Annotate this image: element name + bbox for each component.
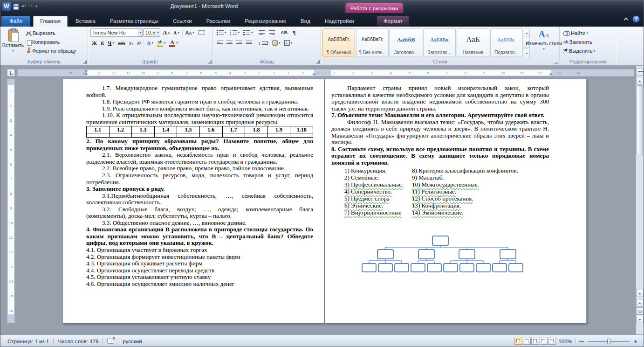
style-gallery-item[interactable]: АаБбВвГг, ¶ Без инте... bbox=[356, 28, 389, 56]
replace-button[interactable]: ab Заменить bbox=[562, 38, 614, 46]
shrink-font-button[interactable]: А▾ bbox=[172, 30, 181, 36]
grow-font-button[interactable]: А▴ bbox=[161, 28, 171, 37]
word-count-status[interactable]: Число слов: 479 bbox=[54, 335, 103, 347]
ribbon-tab[interactable]: Рецензирование bbox=[238, 16, 293, 27]
ribbon-tab[interactable]: Надстройки bbox=[318, 16, 361, 27]
subscript-button[interactable]: x₂ bbox=[128, 40, 135, 46]
font-name-select[interactable]: Times New Ro ▾ bbox=[90, 28, 143, 37]
align-center-button[interactable] bbox=[225, 40, 234, 46]
line-spacing-button[interactable]: ↕▾ bbox=[257, 40, 270, 46]
terms-row[interactable]: 7) Внутриличностные 14) Экономические. bbox=[344, 209, 520, 216]
doc-paragraph[interactable]: 4. Финансовая организация В расположена … bbox=[86, 226, 313, 247]
table-cell[interactable]: 1.6 bbox=[199, 126, 222, 133]
doc-paragraph[interactable]: 4.2. Организация формирует инвестиционны… bbox=[86, 254, 313, 261]
borders-button[interactable]: ▾ bbox=[283, 40, 294, 46]
doc-paragraph[interactable]: 1.9. Роль социального конфликта может бы… bbox=[86, 105, 313, 112]
increase-indent-button[interactable] bbox=[267, 30, 276, 35]
cut-button[interactable]: Вырезать bbox=[24, 29, 77, 37]
justify-button[interactable] bbox=[245, 40, 253, 46]
zoom-slider[interactable] bbox=[588, 338, 630, 345]
scroll-down-icon[interactable]: ▼ bbox=[636, 290, 644, 297]
print-layout-view-button[interactable] bbox=[514, 338, 522, 345]
qat-customize-icon[interactable]: ▾ bbox=[35, 2, 37, 11]
table-cell[interactable]: 1.4 bbox=[154, 126, 177, 133]
select-browse-object-icon[interactable] bbox=[636, 307, 644, 315]
ribbon-tab[interactable]: Формат bbox=[377, 16, 409, 27]
doc-paragraph[interactable]: 1.10. К отрицательным последствиям научн… bbox=[86, 112, 313, 125]
table-cell[interactable]: 1.7 bbox=[222, 126, 245, 133]
table-cell[interactable]: 1.3 bbox=[132, 126, 155, 133]
next-page-icon[interactable]: ▼ bbox=[636, 316, 644, 323]
terms-row[interactable]: 1) Конкуренция. 8) Критерии классификаци… bbox=[344, 167, 520, 174]
ribbon-tab[interactable]: Разметка страницы bbox=[103, 16, 165, 27]
dialog-launcher-icon[interactable] bbox=[208, 60, 212, 64]
strikethrough-button[interactable]: abc bbox=[116, 40, 127, 46]
numbering-button[interactable]: ▾ bbox=[229, 29, 241, 36]
doc-paragraph[interactable]: 2.2. Всеобщее право, равное право, прямо… bbox=[86, 165, 313, 172]
page-count-status[interactable]: Страница: 1 из 1 bbox=[3, 335, 53, 347]
copy-button[interactable]: Копировать bbox=[24, 38, 77, 46]
table-cell[interactable]: 1.9 bbox=[267, 126, 290, 133]
outline-view-button[interactable] bbox=[540, 338, 548, 345]
paste-button[interactable]: Вставить ▾ bbox=[2, 28, 24, 58]
dialog-launcher-icon[interactable] bbox=[316, 60, 320, 64]
sort-button[interactable]: АЯ↓ bbox=[280, 30, 290, 35]
ribbon-tab[interactable]: Главная bbox=[33, 16, 68, 27]
terms-row[interactable]: 6) Этнические. 13) Конфронтация. bbox=[344, 202, 520, 209]
zoom-level-label[interactable]: 100% bbox=[559, 339, 572, 344]
collapse-ribbon-icon[interactable] bbox=[624, 18, 629, 22]
change-case-button[interactable]: Аа▾ bbox=[184, 29, 196, 36]
doc-paragraph[interactable]: 3. Заполните пропуск в ряду. bbox=[86, 186, 313, 193]
style-gallery-item[interactable]: АаБбВвГг, ¶ Обычный bbox=[322, 28, 355, 56]
doc-paragraph[interactable]: 8. Составьте схему, используя все предло… bbox=[331, 146, 549, 167]
doc-paragraph[interactable]: 4.6. Организация осуществляет эмиссию на… bbox=[86, 281, 313, 288]
proofing-status[interactable] bbox=[103, 335, 118, 347]
format-painter-button[interactable]: Формат по образцу bbox=[24, 47, 77, 55]
superscript-button[interactable]: x² bbox=[136, 40, 142, 46]
find-button[interactable]: Найти ▾ bbox=[562, 29, 614, 37]
org-chart[interactable] bbox=[361, 236, 523, 280]
bullets-button[interactable]: ▾ bbox=[215, 29, 228, 36]
undo-icon[interactable]: ↶ bbox=[21, 2, 26, 11]
answers-table[interactable]: 1.11.21.31.41.51.61.71.81.91.10 bbox=[86, 126, 313, 138]
table-cell[interactable]: 1.10 bbox=[290, 126, 313, 133]
text-effects-button[interactable]: А▾ bbox=[145, 40, 154, 46]
table-cell[interactable]: 1.5 bbox=[177, 126, 200, 133]
highlight-button[interactable]: ab▾ bbox=[156, 39, 167, 47]
scroll-up-icon[interactable]: ▲ bbox=[636, 77, 644, 84]
page-2[interactable]: Парламент страны принял новый изоиратель… bbox=[325, 79, 587, 323]
zoom-out-button[interactable]: — bbox=[578, 339, 585, 344]
font-color-button[interactable]: А▾ bbox=[168, 39, 179, 47]
redo-icon[interactable]: ↷ bbox=[28, 2, 33, 11]
gallery-up-icon[interactable]: ▲ bbox=[524, 28, 530, 38]
doc-paragraph[interactable]: 4.4. Организация осуществляет переводы с… bbox=[86, 267, 313, 274]
page-1[interactable]: 1.7. Международное гуманитарное право ог… bbox=[62, 79, 324, 323]
select-button[interactable]: Выделить ▾ bbox=[562, 47, 614, 55]
align-left-button[interactable] bbox=[215, 40, 224, 46]
decrease-indent-button[interactable] bbox=[258, 30, 267, 35]
table-cell[interactable]: 1.1 bbox=[87, 126, 110, 133]
zoom-slider-thumb[interactable] bbox=[607, 339, 610, 344]
ribbon-tab[interactable]: Рассылки bbox=[200, 16, 237, 27]
doc-paragraph[interactable]: 3.3. Общественно опасное деяние, …, вино… bbox=[86, 220, 313, 227]
italic-button[interactable]: К bbox=[99, 40, 105, 46]
fullscreen-view-button[interactable] bbox=[523, 338, 531, 345]
zoom-in-button[interactable]: + bbox=[632, 339, 639, 344]
vertical-scrollbar[interactable]: ▲ ▼ ▲ ▼ bbox=[636, 66, 644, 334]
terms-row[interactable]: 2) Семейные. 9) Масштаб. bbox=[344, 174, 520, 181]
doc-paragraph[interactable]: 7. Объясните тезис Макиавелли и его алле… bbox=[331, 112, 549, 119]
terms-row[interactable]: 5) Предмет спора 12) Способ протекания. bbox=[344, 195, 520, 202]
terms-table[interactable]: 1) Конкуренция. 8) Критерии классификаци… bbox=[344, 167, 520, 216]
align-right-button[interactable] bbox=[235, 40, 244, 46]
help-icon[interactable]: ? bbox=[632, 15, 640, 23]
doc-paragraph[interactable]: Философ Н. Макиавелли высказал тезис: «Г… bbox=[331, 119, 549, 146]
ruler-toggle-button[interactable] bbox=[636, 69, 644, 76]
word-logo-icon[interactable]: W bbox=[2, 2, 11, 11]
doc-paragraph[interactable]: 3.1.Первобытнообщинная собственность, …,… bbox=[86, 193, 313, 206]
table-cell[interactable]: 1.8 bbox=[245, 126, 268, 133]
doc-paragraph[interactable]: 1.7. Международное гуманитарное право ог… bbox=[86, 85, 313, 98]
doc-paragraph[interactable]: 4.1. Организация участвует в биржевых то… bbox=[86, 247, 313, 254]
doc-paragraph[interactable]: 2.3. Ограниченность ресурсов, мода, поле… bbox=[86, 172, 313, 186]
vertical-ruler[interactable]: 12345678910111213141516 bbox=[7, 79, 15, 323]
dialog-launcher-icon[interactable] bbox=[555, 60, 558, 64]
